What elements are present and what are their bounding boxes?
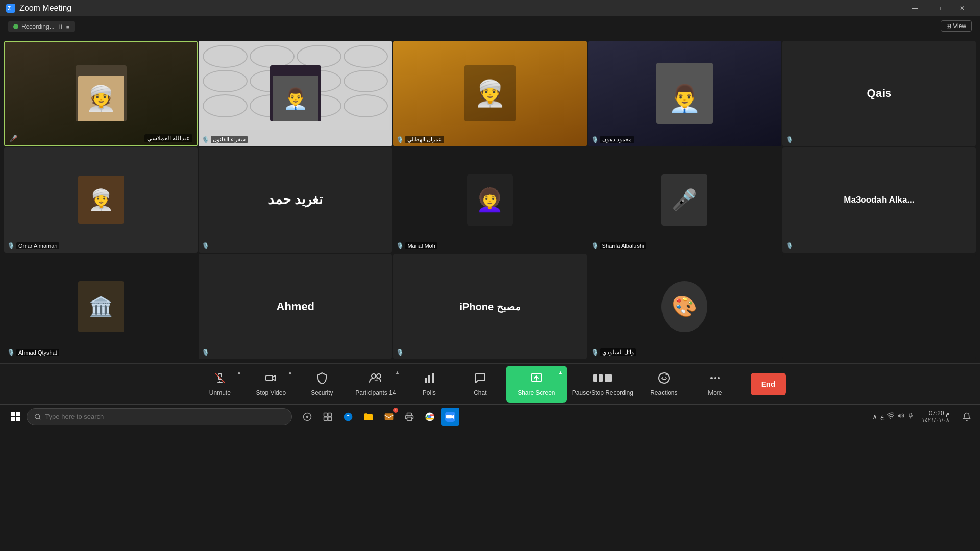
clock-time: م 07:20 [922,410,949,417]
security-button[interactable]: Security [297,366,348,403]
stop-video-caret-icon[interactable]: ▲ [288,370,292,375]
mic-off-icon-5: 🎙️ [786,136,793,143]
notification-button[interactable] [958,408,976,426]
svg-point-15 [662,377,663,378]
unmute-caret-icon[interactable]: ▲ [237,370,241,375]
participant-cell-11: 🏛️ 🎙️ Ahmad Qtyshat [4,254,198,359]
participants-button[interactable]: ▲ 14 Participants 14 [348,366,404,403]
pause-recording-button[interactable]: Pause/Stop Recording [567,366,639,403]
svg-rect-12 [599,374,603,382]
recording-indicator: Recording... ⏸ ■ [8,21,75,32]
zoom-taskbar-icon[interactable] [441,408,459,426]
edge-browser-icon[interactable] [339,408,357,426]
security-icon [316,372,328,387]
volume-icon[interactable] [897,412,904,421]
keyboard-lang-icon[interactable]: ع [880,413,884,420]
participant-name-6: Omar Almamari [16,242,59,249]
participant-cell-10: Ma3oodah Alka... 🎙️ [782,147,976,253]
participant-name-1: عبدالله الغملاسي [144,134,192,142]
participant-name-8: Manal Moh [405,242,437,249]
search-icon [34,413,41,420]
svg-rect-8 [428,375,430,383]
svg-rect-28 [324,413,328,416]
microphone-icon [214,372,226,387]
mic-off-icon-7: 🎙️ [202,242,209,249]
task-view-icon[interactable] [318,408,337,426]
svg-rect-30 [324,417,328,420]
start-button[interactable] [4,407,27,427]
svg-rect-31 [328,417,332,420]
participant-display-name-7: تغريد حمد [268,192,323,208]
reactions-button[interactable]: + Reactions [639,366,690,403]
pause-recording-icon[interactable]: ⏸ [58,23,63,30]
participant-cell-6: 👳 🎙️ Omar Almamari [4,147,198,253]
reactions-label: Reactions [650,389,677,396]
tray-expand-icon[interactable]: ∧ [872,413,877,421]
minimize-button[interactable]: — [903,0,927,16]
participant-display-name-12: Ahmed [277,300,315,313]
mic-off-icon-2: 🎙️ [202,136,209,143]
participant-cell-3: 👳 🎙️ عمران الهطالي [393,41,586,146]
svg-rect-32 [385,413,394,420]
participant-name-14: وائل الشلودي [600,348,636,356]
participant-cell-5: Qais 🎙️ [782,41,976,146]
search-bar[interactable] [27,408,292,425]
share-screen-caret-icon[interactable]: ▲ [558,370,563,375]
chat-icon [474,372,486,387]
mic-off-icon-14: 🎙️ [591,349,599,356]
participant-cell-9: 🎤 🎙️ Sharifa Albalushi [588,147,781,253]
participant-cell-1: 👳 🎤̸ عبدالله الغملاسي [4,41,198,146]
svg-rect-7 [425,378,427,383]
mic-off-icon-11: 🎙️ [7,349,15,356]
svg-rect-24 [16,417,20,421]
mail-icon[interactable]: ! [380,408,398,426]
recording-status: Recording... [21,23,55,30]
taskbar-search-icon[interactable] [298,408,316,426]
search-input[interactable] [45,413,284,420]
participants-caret-icon[interactable]: ▲ [395,370,400,375]
title-bar-controls: — □ ✕ [903,0,974,16]
taskbar: ! [0,404,980,429]
svg-rect-34 [407,417,412,420]
unmute-button[interactable]: ▲ Unmute [194,366,246,403]
mic-off-icon-9: 🎙️ [591,242,599,249]
more-icon [709,372,721,387]
taskbar-icons: ! [298,408,459,426]
more-button[interactable]: More [690,366,741,403]
polls-icon [423,372,435,387]
end-button[interactable]: End [751,373,786,395]
share-screen-button[interactable]: ▲ Share Screen [506,366,567,403]
more-label: More [708,389,722,396]
participants-label: Participants 14 [355,389,396,396]
clock[interactable]: م 07:20 ١٤٢١/٠١/٠٨ [922,410,953,423]
title-bar: Z Zoom Meeting — □ ✕ [0,0,980,16]
file-explorer-icon[interactable] [359,408,378,426]
polls-button[interactable]: Polls [404,366,455,403]
maximize-button[interactable]: □ [927,0,950,16]
svg-point-19 [714,377,716,379]
mic-off-icon-6: 🎙️ [7,242,15,249]
mic-tray-icon[interactable] [908,412,914,421]
chat-button[interactable]: Chat [455,366,506,403]
participant-cell-empty [782,254,976,359]
taskbar-right: ∧ ع [868,408,976,426]
participant-cell-14: 🎨 🎙️ وائل الشلودي [588,254,781,359]
close-button[interactable]: ✕ [950,0,974,16]
network-icon[interactable] [887,412,894,421]
chrome-icon[interactable] [421,408,439,426]
svg-text:+: + [665,372,668,377]
app-title: Zoom Meeting [19,4,71,13]
stop-video-button[interactable]: ▲ Stop Video [246,366,297,403]
svg-point-20 [718,377,720,379]
mic-off-icon-4: 🎙️ [591,136,599,143]
share-screen-label: Share Screen [518,389,555,396]
camera-icon [265,372,277,387]
participant-name-3: عمران الهطالي [405,136,444,143]
mic-off-icon-1: 🎤̸ [9,135,17,142]
svg-rect-13 [605,374,612,382]
security-label: Security [311,389,333,396]
stop-recording-icon[interactable]: ■ [66,23,70,30]
print-icon[interactable] [400,408,419,426]
view-button[interactable]: ⊞ View [941,20,972,32]
reactions-icon: + [658,372,670,387]
